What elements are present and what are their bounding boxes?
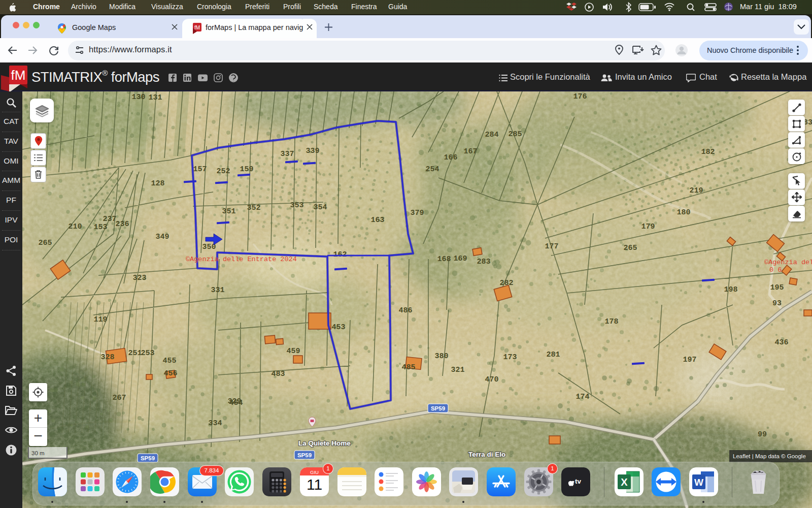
svg-text:119: 119	[93, 315, 107, 324]
svg-text:179: 179	[641, 223, 655, 231]
svg-text:162: 162	[333, 250, 347, 259]
svg-text:265: 265	[38, 239, 52, 247]
svg-text:GIU: GIU	[310, 469, 319, 475]
svg-text:99: 99	[758, 430, 767, 439]
svg-text:178: 178	[604, 318, 618, 326]
svg-text:337: 337	[280, 150, 294, 158]
svg-text:252: 252	[216, 167, 230, 176]
svg-text:167: 167	[463, 147, 477, 156]
svg-text:485: 485	[401, 363, 415, 372]
svg-text:©Agenzia delle Entrate 2024: ©Agenzia delle Entrate 2024	[186, 256, 297, 263]
svg-text:177: 177	[545, 242, 558, 251]
svg-text:351: 351	[222, 207, 235, 216]
svg-text:La Quiete Home: La Quiete Home	[298, 439, 351, 447]
svg-text:456: 456	[163, 369, 177, 378]
svg-text:166: 166	[444, 153, 457, 162]
svg-text:219: 219	[689, 186, 703, 195]
svg-text:W: W	[694, 477, 703, 488]
svg-text:334: 334	[208, 419, 222, 428]
svg-text:459: 459	[286, 347, 300, 356]
svg-text:470: 470	[485, 375, 498, 384]
svg-text:265: 265	[623, 244, 637, 252]
svg-text:379: 379	[410, 209, 424, 217]
svg-text:237: 237	[103, 215, 116, 224]
svg-text:163: 163	[370, 216, 384, 225]
svg-text:180: 180	[676, 208, 690, 217]
svg-text:fM: fM	[11, 68, 26, 83]
svg-text:SP59: SP59	[297, 452, 312, 458]
svg-text:Leaflet | Map data © Google: Leaflet | Map data © Google	[733, 453, 806, 459]
svg-text:tv: tv	[575, 478, 581, 485]
svg-text:30 m: 30 m	[31, 450, 45, 456]
svg-text:323: 323	[132, 274, 146, 282]
svg-text:453: 453	[331, 323, 345, 332]
svg-text:349: 349	[155, 233, 169, 241]
svg-text:169: 169	[453, 255, 467, 263]
svg-text:153: 153	[93, 223, 107, 232]
svg-text:SP59: SP59	[141, 455, 155, 461]
svg-text:281: 281	[546, 351, 560, 359]
svg-text:174: 174	[576, 393, 589, 401]
svg-text:282: 282	[499, 279, 513, 288]
svg-text:285: 285	[508, 130, 522, 139]
svg-text:fM: fM	[194, 25, 200, 30]
svg-text:Terra di Elo: Terra di Elo	[468, 451, 505, 458]
svg-text:SP59: SP59	[431, 405, 445, 411]
svg-text:157: 157	[193, 165, 207, 174]
svg-text:128: 128	[151, 179, 164, 188]
svg-text:321: 321	[451, 366, 464, 374]
svg-text:331: 331	[211, 286, 224, 295]
svg-text:159: 159	[240, 165, 253, 174]
svg-text:0 6: 0 6	[769, 266, 782, 274]
svg-text:168: 168	[437, 255, 451, 264]
svg-text:353: 353	[290, 201, 303, 210]
svg-text:11: 11	[307, 476, 322, 493]
svg-text:328: 328	[100, 353, 114, 362]
svg-text:352: 352	[247, 204, 260, 212]
svg-text:267: 267	[112, 394, 126, 402]
svg-text:197: 197	[683, 356, 696, 364]
svg-text:254: 254	[425, 165, 439, 174]
svg-text:283: 283	[477, 258, 490, 266]
svg-text:182: 182	[701, 148, 715, 156]
svg-text:131: 131	[148, 93, 162, 102]
svg-text:©Agenzia dell: ©Agenzia dell	[764, 259, 812, 266]
svg-text:93: 93	[772, 299, 782, 308]
svg-text:284: 284	[485, 131, 498, 139]
svg-text:380: 380	[434, 352, 448, 361]
svg-text:436: 436	[774, 338, 788, 347]
svg-text:236: 236	[115, 220, 129, 229]
svg-text:455: 455	[162, 357, 176, 365]
svg-text:354: 354	[313, 203, 327, 212]
svg-text:339: 339	[306, 147, 319, 155]
svg-text:130: 130	[131, 93, 145, 102]
svg-text:210: 210	[68, 223, 82, 231]
svg-text:195: 195	[770, 283, 784, 292]
svg-text:454: 454	[229, 399, 243, 407]
svg-text:176: 176	[573, 92, 587, 101]
svg-text:483: 483	[271, 370, 285, 378]
svg-text:486: 486	[398, 306, 412, 315]
svg-text:253: 253	[141, 349, 154, 358]
svg-text:251: 251	[128, 349, 142, 358]
svg-text:198: 198	[724, 285, 737, 294]
svg-text:173: 173	[503, 353, 517, 362]
svg-text:X: X	[621, 477, 628, 488]
